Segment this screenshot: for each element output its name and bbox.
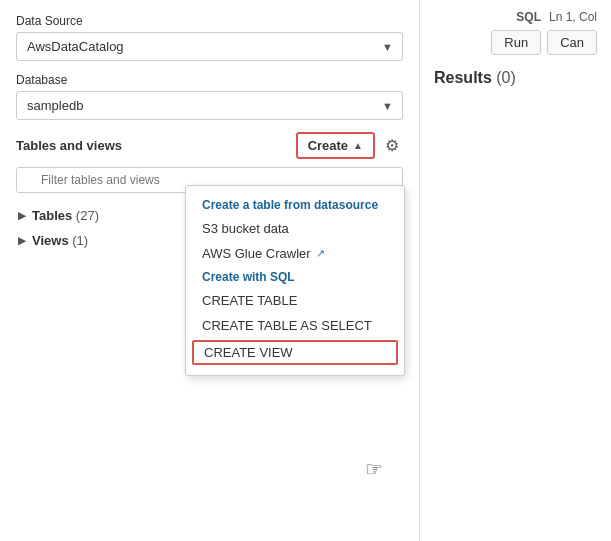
ln-col-indicator: Ln 1, Col xyxy=(549,10,597,24)
cancel-button[interactable]: Can xyxy=(547,30,597,55)
gear-icon: ⚙ xyxy=(385,137,399,154)
views-expand-icon: ▶ xyxy=(18,235,26,246)
s3-bucket-item[interactable]: S3 bucket data xyxy=(186,216,404,241)
create-table-label: CREATE TABLE xyxy=(202,293,297,308)
create-button[interactable]: Create ▲ xyxy=(296,132,375,159)
create-with-sql-label: Create with SQL xyxy=(186,266,404,288)
results-header: Results (0) xyxy=(434,69,597,87)
create-view-item[interactable]: CREATE VIEW xyxy=(192,340,398,365)
run-button[interactable]: Run xyxy=(491,30,541,55)
create-dropdown-menu: Create a table from datasource S3 bucket… xyxy=(185,185,405,376)
create-from-datasource-label: Create a table from datasource xyxy=(186,194,404,216)
external-link-icon: ↗ xyxy=(316,247,325,260)
database-wrapper: sampledb ▼ xyxy=(16,91,403,120)
data-source-select[interactable]: AwsDataCatalog xyxy=(16,32,403,61)
tables-label: Tables (27) xyxy=(32,208,99,223)
tables-views-header: Tables and views Create ▲ ⚙ xyxy=(16,132,403,159)
views-label: Views (1) xyxy=(32,233,88,248)
cursor-icon: ☞ xyxy=(365,457,383,481)
settings-button[interactable]: ⚙ xyxy=(381,134,403,157)
tables-expand-icon: ▶ xyxy=(18,210,26,221)
create-table-as-select-item[interactable]: CREATE TABLE AS SELECT xyxy=(186,313,404,338)
database-select[interactable]: sampledb xyxy=(16,91,403,120)
create-table-item[interactable]: CREATE TABLE xyxy=(186,288,404,313)
create-view-label: CREATE VIEW xyxy=(204,345,293,360)
results-label: Results xyxy=(434,69,492,86)
create-table-as-select-label: CREATE TABLE AS SELECT xyxy=(202,318,372,333)
tables-views-title: Tables and views xyxy=(16,138,122,153)
editor-toolbar: SQL Ln 1, Col xyxy=(434,10,597,24)
create-arrow-icon: ▲ xyxy=(353,140,363,151)
aws-glue-item[interactable]: AWS Glue Crawler ↗ xyxy=(186,241,404,266)
data-source-label: Data Source xyxy=(16,14,403,28)
results-count: (0) xyxy=(496,69,516,86)
sql-label: SQL xyxy=(516,10,541,24)
create-button-label: Create xyxy=(308,138,348,153)
left-panel: Data Source AwsDataCatalog ▼ Database sa… xyxy=(0,0,420,541)
database-label: Database xyxy=(16,73,403,87)
s3-bucket-label: S3 bucket data xyxy=(202,221,289,236)
right-panel: SQL Ln 1, Col Run Can Results (0) xyxy=(420,0,611,541)
aws-glue-label: AWS Glue Crawler xyxy=(202,246,311,261)
data-source-wrapper: AwsDataCatalog ▼ xyxy=(16,32,403,61)
